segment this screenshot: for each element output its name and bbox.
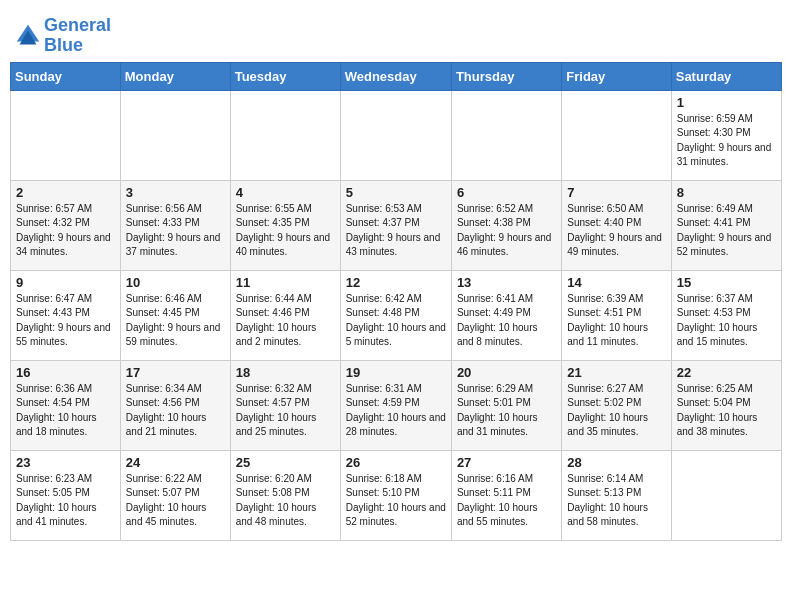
calendar-cell [562,90,671,180]
week-row-5: 23Sunrise: 6:23 AM Sunset: 5:05 PM Dayli… [11,450,782,540]
logo-text: General Blue [44,16,111,56]
calendar-cell: 15Sunrise: 6:37 AM Sunset: 4:53 PM Dayli… [671,270,781,360]
logo: General Blue [14,16,111,56]
weekday-header-thursday: Thursday [451,62,561,90]
weekday-header-monday: Monday [120,62,230,90]
day-info: Sunrise: 6:27 AM Sunset: 5:02 PM Dayligh… [567,382,665,440]
day-number: 10 [126,275,225,290]
week-row-3: 9Sunrise: 6:47 AM Sunset: 4:43 PM Daylig… [11,270,782,360]
day-info: Sunrise: 6:39 AM Sunset: 4:51 PM Dayligh… [567,292,665,350]
weekday-header-row: SundayMondayTuesdayWednesdayThursdayFrid… [11,62,782,90]
calendar-cell [340,90,451,180]
day-info: Sunrise: 6:52 AM Sunset: 4:38 PM Dayligh… [457,202,556,260]
day-number: 17 [126,365,225,380]
calendar-cell: 27Sunrise: 6:16 AM Sunset: 5:11 PM Dayli… [451,450,561,540]
day-number: 23 [16,455,115,470]
calendar-cell: 20Sunrise: 6:29 AM Sunset: 5:01 PM Dayli… [451,360,561,450]
day-number: 15 [677,275,776,290]
calendar-cell [11,90,121,180]
day-info: Sunrise: 6:49 AM Sunset: 4:41 PM Dayligh… [677,202,776,260]
week-row-2: 2Sunrise: 6:57 AM Sunset: 4:32 PM Daylig… [11,180,782,270]
week-row-4: 16Sunrise: 6:36 AM Sunset: 4:54 PM Dayli… [11,360,782,450]
weekday-header-wednesday: Wednesday [340,62,451,90]
day-info: Sunrise: 6:18 AM Sunset: 5:10 PM Dayligh… [346,472,446,530]
calendar-cell: 21Sunrise: 6:27 AM Sunset: 5:02 PM Dayli… [562,360,671,450]
day-info: Sunrise: 6:41 AM Sunset: 4:49 PM Dayligh… [457,292,556,350]
day-info: Sunrise: 6:50 AM Sunset: 4:40 PM Dayligh… [567,202,665,260]
day-number: 3 [126,185,225,200]
day-info: Sunrise: 6:34 AM Sunset: 4:56 PM Dayligh… [126,382,225,440]
day-info: Sunrise: 6:23 AM Sunset: 5:05 PM Dayligh… [16,472,115,530]
day-info: Sunrise: 6:59 AM Sunset: 4:30 PM Dayligh… [677,112,776,170]
calendar-cell [230,90,340,180]
day-number: 28 [567,455,665,470]
calendar-cell: 22Sunrise: 6:25 AM Sunset: 5:04 PM Dayli… [671,360,781,450]
calendar-cell: 5Sunrise: 6:53 AM Sunset: 4:37 PM Daylig… [340,180,451,270]
day-number: 16 [16,365,115,380]
day-number: 18 [236,365,335,380]
day-info: Sunrise: 6:53 AM Sunset: 4:37 PM Dayligh… [346,202,446,260]
day-number: 1 [677,95,776,110]
weekday-header-saturday: Saturday [671,62,781,90]
day-number: 2 [16,185,115,200]
day-number: 27 [457,455,556,470]
weekday-header-friday: Friday [562,62,671,90]
day-info: Sunrise: 6:55 AM Sunset: 4:35 PM Dayligh… [236,202,335,260]
calendar-cell: 1Sunrise: 6:59 AM Sunset: 4:30 PM Daylig… [671,90,781,180]
day-number: 12 [346,275,446,290]
day-number: 19 [346,365,446,380]
day-number: 14 [567,275,665,290]
calendar-cell: 6Sunrise: 6:52 AM Sunset: 4:38 PM Daylig… [451,180,561,270]
calendar-cell: 19Sunrise: 6:31 AM Sunset: 4:59 PM Dayli… [340,360,451,450]
day-number: 6 [457,185,556,200]
day-number: 11 [236,275,335,290]
week-row-1: 1Sunrise: 6:59 AM Sunset: 4:30 PM Daylig… [11,90,782,180]
calendar-cell: 24Sunrise: 6:22 AM Sunset: 5:07 PM Dayli… [120,450,230,540]
calendar-cell: 11Sunrise: 6:44 AM Sunset: 4:46 PM Dayli… [230,270,340,360]
calendar-cell: 8Sunrise: 6:49 AM Sunset: 4:41 PM Daylig… [671,180,781,270]
calendar-cell [451,90,561,180]
day-number: 20 [457,365,556,380]
calendar-cell: 18Sunrise: 6:32 AM Sunset: 4:57 PM Dayli… [230,360,340,450]
calendar-cell: 3Sunrise: 6:56 AM Sunset: 4:33 PM Daylig… [120,180,230,270]
day-info: Sunrise: 6:25 AM Sunset: 5:04 PM Dayligh… [677,382,776,440]
day-info: Sunrise: 6:42 AM Sunset: 4:48 PM Dayligh… [346,292,446,350]
day-number: 21 [567,365,665,380]
day-info: Sunrise: 6:16 AM Sunset: 5:11 PM Dayligh… [457,472,556,530]
calendar-cell [120,90,230,180]
page-header: General Blue [10,10,782,56]
day-info: Sunrise: 6:37 AM Sunset: 4:53 PM Dayligh… [677,292,776,350]
calendar-cell [671,450,781,540]
calendar-cell: 26Sunrise: 6:18 AM Sunset: 5:10 PM Dayli… [340,450,451,540]
day-info: Sunrise: 6:57 AM Sunset: 4:32 PM Dayligh… [16,202,115,260]
day-number: 9 [16,275,115,290]
day-number: 26 [346,455,446,470]
calendar-cell: 9Sunrise: 6:47 AM Sunset: 4:43 PM Daylig… [11,270,121,360]
calendar-cell: 13Sunrise: 6:41 AM Sunset: 4:49 PM Dayli… [451,270,561,360]
calendar-cell: 10Sunrise: 6:46 AM Sunset: 4:45 PM Dayli… [120,270,230,360]
day-info: Sunrise: 6:22 AM Sunset: 5:07 PM Dayligh… [126,472,225,530]
calendar-cell: 17Sunrise: 6:34 AM Sunset: 4:56 PM Dayli… [120,360,230,450]
calendar-cell: 2Sunrise: 6:57 AM Sunset: 4:32 PM Daylig… [11,180,121,270]
calendar-cell: 28Sunrise: 6:14 AM Sunset: 5:13 PM Dayli… [562,450,671,540]
calendar-cell: 7Sunrise: 6:50 AM Sunset: 4:40 PM Daylig… [562,180,671,270]
day-info: Sunrise: 6:47 AM Sunset: 4:43 PM Dayligh… [16,292,115,350]
day-number: 4 [236,185,335,200]
day-info: Sunrise: 6:31 AM Sunset: 4:59 PM Dayligh… [346,382,446,440]
day-number: 13 [457,275,556,290]
calendar-cell: 4Sunrise: 6:55 AM Sunset: 4:35 PM Daylig… [230,180,340,270]
weekday-header-tuesday: Tuesday [230,62,340,90]
day-number: 22 [677,365,776,380]
calendar-cell: 23Sunrise: 6:23 AM Sunset: 5:05 PM Dayli… [11,450,121,540]
day-number: 25 [236,455,335,470]
day-info: Sunrise: 6:36 AM Sunset: 4:54 PM Dayligh… [16,382,115,440]
calendar-cell: 12Sunrise: 6:42 AM Sunset: 4:48 PM Dayli… [340,270,451,360]
day-info: Sunrise: 6:29 AM Sunset: 5:01 PM Dayligh… [457,382,556,440]
day-number: 8 [677,185,776,200]
day-info: Sunrise: 6:32 AM Sunset: 4:57 PM Dayligh… [236,382,335,440]
day-info: Sunrise: 6:56 AM Sunset: 4:33 PM Dayligh… [126,202,225,260]
day-number: 5 [346,185,446,200]
day-number: 7 [567,185,665,200]
day-info: Sunrise: 6:44 AM Sunset: 4:46 PM Dayligh… [236,292,335,350]
calendar-cell: 14Sunrise: 6:39 AM Sunset: 4:51 PM Dayli… [562,270,671,360]
